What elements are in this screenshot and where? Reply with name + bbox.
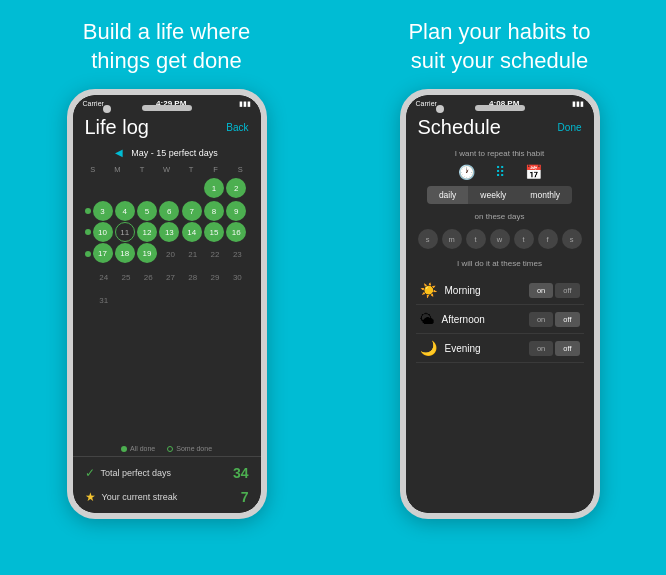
day-s1[interactable]: s (418, 229, 438, 249)
afternoon-off-button[interactable]: off (555, 312, 579, 327)
monthly-button[interactable]: monthly (518, 186, 572, 204)
left-panel: Build a life wherethings get done Carrie… (0, 0, 333, 575)
day-t1[interactable]: t (466, 229, 486, 249)
month-label: May - 15 perfect days (131, 148, 218, 158)
month-nav: ◀ May - 15 perfect days (73, 143, 261, 162)
right-app-header: Schedule Done (406, 110, 594, 143)
day-w[interactable]: w (490, 229, 510, 249)
schedule-screen: I want to repeat this habit 🕐 ⠿ 📅 daily … (406, 143, 594, 513)
morning-toggle: on off (529, 283, 580, 298)
stat2-value: 7 (241, 489, 249, 505)
left-phone-screen: Carrier 4:29 PM ▮▮▮ Life log Back ◀ May … (73, 95, 261, 513)
right-battery: ▮▮▮ (572, 100, 584, 108)
right-time: 4:08 PM (489, 99, 519, 108)
cal-row-3: 10 11 12 13 14 15 16 (81, 222, 253, 242)
clock-icon: 🕐 (458, 164, 475, 180)
evening-toggle: on off (529, 341, 580, 356)
weekly-button[interactable]: weekly (468, 186, 518, 204)
streak-dot (85, 229, 91, 235)
stats-section: ✓ Total perfect days 34 ★ Your current s… (73, 456, 261, 513)
dots-icon: ⠿ (495, 164, 505, 180)
morning-on-button[interactable]: on (529, 283, 553, 298)
afternoon-label: Afternoon (442, 314, 529, 325)
prev-month-chevron[interactable]: ◀ (115, 147, 123, 158)
left-back-button[interactable]: Back (226, 122, 248, 133)
stat-row-2: ★ Your current streak 7 (85, 485, 249, 509)
right-app-title: Schedule (418, 116, 501, 139)
evening-off-button[interactable]: off (555, 341, 579, 356)
calendar-icon: 📅 (525, 164, 542, 180)
day-t2[interactable]: t (514, 229, 534, 249)
days-section-label: on these days (416, 206, 584, 225)
sun-icon: ☀️ (420, 282, 437, 298)
star-icon: ★ (85, 490, 96, 504)
left-headline: Build a life wherethings get done (63, 0, 271, 89)
left-status-bar: Carrier 4:29 PM ▮▮▮ (73, 95, 261, 110)
day-f[interactable]: f (538, 229, 558, 249)
left-carrier: Carrier (83, 100, 104, 107)
day-s2[interactable]: s (562, 229, 582, 249)
right-headline: Plan your habits tosuit your schedule (388, 0, 610, 89)
left-app-header: Life log Back (73, 110, 261, 143)
right-panel: Plan your habits tosuit your schedule Ca… (333, 0, 666, 575)
cal-header: S M T W T F S (81, 162, 253, 177)
afternoon-row: 🌥 Afternoon on off (416, 305, 584, 334)
evening-label: Evening (445, 343, 529, 354)
left-app-title: Life log (85, 116, 150, 139)
left-phone: Carrier 4:29 PM ▮▮▮ Life log Back ◀ May … (67, 89, 267, 519)
lifelog-screen: ◀ May - 15 perfect days S M T W T F S (73, 143, 261, 513)
checkmark-icon: ✓ (85, 466, 95, 480)
time-section: ☀️ Morning on off 🌥 Afternoon on o (416, 276, 584, 363)
right-carrier: Carrier (416, 100, 437, 107)
evening-row: 🌙 Evening on off (416, 334, 584, 363)
daily-button[interactable]: daily (427, 186, 468, 204)
frequency-buttons: daily weekly monthly (416, 186, 584, 204)
repeat-icons: 🕐 ⠿ 📅 (416, 162, 584, 184)
dot-outline-icon (167, 446, 173, 452)
right-phone: Carrier 4:08 PM ▮▮▮ Schedule Done I want… (400, 89, 600, 519)
repeat-section-label: I want to repeat this habit (416, 143, 584, 162)
morning-label: Morning (445, 285, 529, 296)
stat2-label: Your current streak (102, 492, 178, 502)
right-phone-screen: Carrier 4:08 PM ▮▮▮ Schedule Done I want… (406, 95, 594, 513)
cloud-icon: 🌥 (420, 311, 434, 327)
times-section-label: I will do it at these times (416, 253, 584, 272)
calendar: S M T W T F S (73, 162, 261, 441)
afternoon-on-button[interactable]: on (529, 312, 553, 327)
morning-off-button[interactable]: off (555, 283, 579, 298)
left-battery: ▮▮▮ (239, 100, 251, 108)
stat1-value: 34 (233, 465, 249, 481)
streak-dot (85, 208, 91, 214)
dot-green-icon (121, 446, 127, 452)
left-time: 4:29 PM (156, 99, 186, 108)
stat-row-1: ✓ Total perfect days 34 (85, 461, 249, 485)
day-m[interactable]: m (442, 229, 462, 249)
cal-row-4: 17 18 19 20 21 22 23 (81, 243, 253, 265)
right-status-bar: Carrier 4:08 PM ▮▮▮ (406, 95, 594, 110)
morning-row: ☀️ Morning on off (416, 276, 584, 305)
moon-icon: 🌙 (420, 340, 437, 356)
done-button[interactable]: Done (558, 122, 582, 133)
streak-dot (85, 251, 91, 257)
legend-all-done: All done (121, 445, 155, 452)
cal-row-5: 24 25 26 27 28 29 30 (81, 266, 253, 288)
days-row: s m t w t f s (416, 225, 584, 253)
cal-row-2: 3 4 5 6 7 8 9 (81, 201, 253, 221)
stat1-label: Total perfect days (101, 468, 172, 478)
calendar-legend: All done Some done (73, 441, 261, 456)
cal-row-6: 31 (81, 289, 253, 311)
legend-some-done: Some done (167, 445, 212, 452)
evening-on-button[interactable]: on (529, 341, 553, 356)
afternoon-toggle: on off (529, 312, 580, 327)
cal-row-1: 1 2 (81, 178, 253, 200)
